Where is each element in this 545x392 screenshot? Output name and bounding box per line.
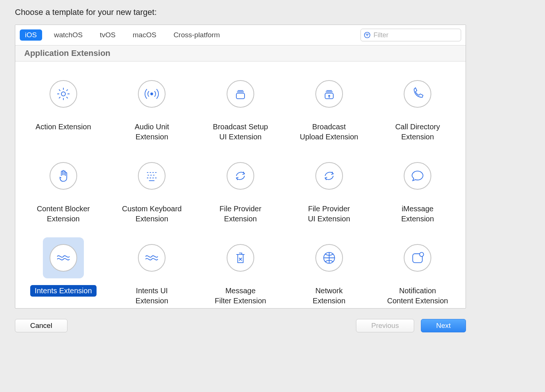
template-item[interactable]: Audio Unit Extension (108, 68, 196, 146)
template-item[interactable]: Custom Keyboard Extension (108, 150, 196, 228)
cycle-icon (309, 155, 350, 196)
template-item[interactable]: Broadcast Setup UI Extension (196, 68, 285, 146)
template-item[interactable]: Network Extension (285, 232, 374, 307)
template-item[interactable]: File Provider UI Extension (285, 150, 374, 228)
template-label: Message Filter Extension (210, 285, 271, 307)
cancel-button[interactable]: Cancel (15, 319, 67, 332)
svg-point-5 (151, 93, 153, 95)
filter-icon (363, 31, 371, 39)
tab-ios[interactable]: iOS (20, 29, 42, 41)
waves-icon (131, 237, 172, 278)
template-item[interactable]: iMessage Extension (373, 150, 462, 228)
hand-icon (43, 155, 84, 196)
speech-icon (397, 155, 438, 196)
template-label: Custom Keyboard Extension (117, 203, 186, 225)
template-label: Audio Unit Extension (130, 121, 173, 143)
template-label: Call Directory Extension (391, 121, 444, 143)
platform-tabbar: iOS watchOS tvOS macOS Cross-platform (15, 25, 466, 45)
template-label: Broadcast Setup UI Extension (208, 121, 272, 143)
keyboard-icon (131, 155, 172, 196)
template-label: Notification Content Extension (382, 285, 452, 307)
tab-tvos[interactable]: tvOS (95, 29, 121, 41)
template-label: Content Blocker Extension (32, 203, 94, 225)
footer: Cancel Previous Next (15, 319, 466, 332)
template-item[interactable]: Call Directory Extension (373, 68, 462, 146)
svg-rect-6 (236, 93, 245, 99)
gear-icon (43, 73, 84, 114)
template-item[interactable]: Message Filter Extension (196, 232, 285, 307)
stack-icon (220, 73, 261, 114)
template-item[interactable]: Content Blocker Extension (19, 150, 108, 228)
waves-icon (43, 237, 84, 278)
tab-crossplatform[interactable]: Cross-platform (168, 29, 225, 41)
svg-point-4 (61, 92, 65, 96)
template-label: Network Extension (308, 285, 350, 307)
template-panel: iOS watchOS tvOS macOS Cross-platform Ap… (15, 25, 466, 309)
template-item[interactable]: Intents UI Extension (108, 232, 196, 307)
notif-icon (397, 237, 438, 278)
template-label: Intents Extension (30, 285, 96, 297)
upload-stack-icon (309, 73, 350, 114)
tab-macos[interactable]: macOS (127, 29, 161, 41)
section-header: Application Extension (15, 45, 466, 61)
globe-icon (309, 237, 350, 278)
template-label: Action Extension (31, 121, 95, 133)
template-grid: Action ExtensionAudio Unit ExtensionBroa… (15, 61, 466, 307)
template-label: Intents UI Extension (131, 285, 173, 307)
filter-input[interactable] (360, 29, 461, 41)
phone-icon (397, 73, 438, 114)
previous-button[interactable]: Previous (356, 319, 414, 332)
template-item[interactable]: Action Extension (19, 68, 108, 146)
template-item[interactable]: File Provider Extension (196, 150, 285, 228)
trash-icon (220, 237, 261, 278)
svg-point-16 (420, 252, 424, 256)
template-item[interactable]: Broadcast Upload Extension (285, 68, 374, 146)
cycle-icon (220, 155, 261, 196)
next-button[interactable]: Next (421, 319, 466, 332)
template-label: Broadcast Upload Extension (295, 121, 363, 143)
tab-watchos[interactable]: watchOS (49, 29, 88, 41)
template-label: File Provider Extension (215, 203, 266, 225)
dialog-title: Choose a template for your new target: (15, 7, 530, 17)
template-label: File Provider UI Extension (303, 203, 355, 225)
audio-icon (131, 73, 172, 114)
template-item[interactable]: Intents Extension (19, 232, 108, 307)
template-label: iMessage Extension (397, 203, 438, 225)
template-item[interactable]: Notification Content Extension (373, 232, 462, 307)
filter-wrap (360, 29, 461, 41)
